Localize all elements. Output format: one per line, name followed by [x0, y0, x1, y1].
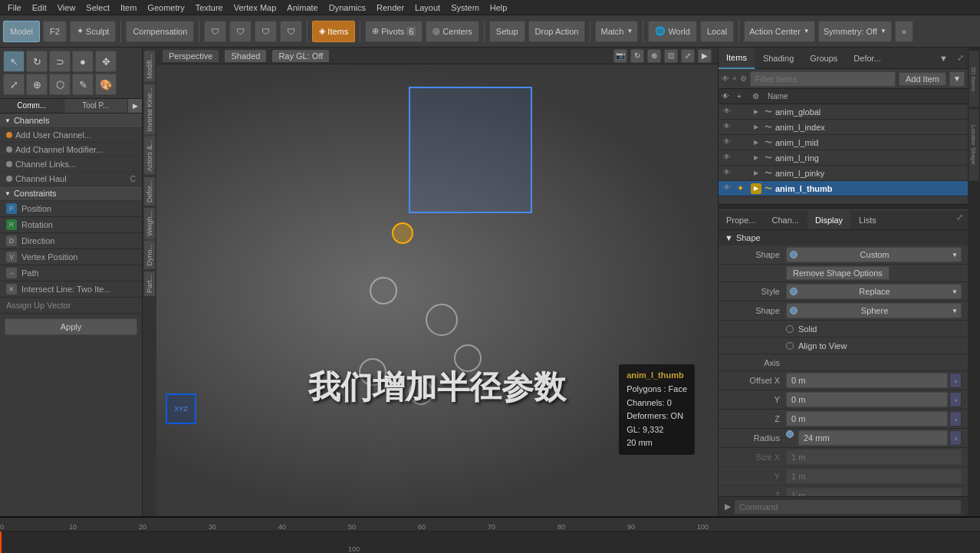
right-tabs-more-icon[interactable]: ▼ [935, 51, 952, 66]
menu-item[interactable]: Item [116, 2, 141, 13]
side-tab-3d-items[interactable]: 3D Items [968, 51, 979, 107]
side-tab-deformers[interactable]: Defor... [143, 176, 156, 206]
side-tab-actors[interactable]: Actors &... [143, 136, 156, 176]
action-center-dropdown[interactable]: Action Center ▼ [744, 21, 815, 42]
viewport-canvas[interactable]: XYZ anim_l_thumb Polygons : Face Channel… [156, 64, 718, 516]
side-tab-locator-shape[interactable]: Locator Shape [968, 109, 979, 181]
menu-select[interactable]: Select [81, 2, 114, 13]
tree-item-anim-l-mid[interactable]: 👁 ▶ 〜 anim_l_mid [719, 135, 968, 150]
side-tab-ik[interactable]: Inverse Kine... [143, 84, 156, 136]
menu-edit[interactable]: Edit [28, 2, 51, 13]
tab-tool[interactable]: Tool P... [64, 99, 129, 113]
right-tab-shading[interactable]: Shading [755, 48, 802, 69]
right-panel-expand-icon[interactable]: ⤢ [952, 48, 968, 68]
right-tab-items[interactable]: Items [719, 48, 755, 69]
pivots-btn[interactable]: ⊕ Pivots 6 [365, 21, 423, 42]
right-tab-groups[interactable]: Groups [802, 48, 846, 69]
viewport-fit-icon[interactable]: ⊡ [664, 49, 678, 63]
setup-btn[interactable]: Setup [489, 21, 525, 42]
remove-shape-options-btn[interactable]: Remove Shape Options [786, 266, 890, 280]
menu-render[interactable]: Render [372, 2, 409, 13]
drop-action-btn[interactable]: Drop Action [528, 21, 586, 42]
menu-dynamics[interactable]: Dynamics [324, 2, 370, 13]
intersect-line-constraint[interactable]: ✕ Intersect Line: Two Ite... [0, 281, 142, 298]
viewport-expand-icon[interactable]: ⤢ [681, 49, 695, 63]
items-btn[interactable]: ◈ Items [312, 21, 355, 42]
more-btn[interactable]: » [895, 21, 913, 42]
local-btn[interactable]: Local [700, 21, 734, 42]
menu-animate[interactable]: Animate [282, 2, 322, 13]
channel-links-btn[interactable]: Channel Links... [0, 157, 142, 172]
shape-dropdown[interactable]: Custom ▼ [786, 247, 962, 262]
offset-y-input[interactable]: 0 m [786, 392, 948, 407]
rotation-constraint[interactable]: R Rotation [0, 217, 142, 233]
command-input[interactable] [734, 499, 962, 515]
constraints-header[interactable]: ▼ Constraints [0, 186, 142, 201]
shape2-dropdown[interactable]: Sphere ▼ [786, 303, 962, 318]
shape-section-header[interactable]: ▼ Shape [719, 230, 968, 245]
viewport-zoom-icon[interactable]: ⊕ [647, 49, 661, 63]
centers-btn[interactable]: ◎ Centers [426, 21, 479, 42]
radius-input[interactable]: 24 mm [798, 430, 948, 446]
match-dropdown[interactable]: Match ▼ [595, 21, 638, 42]
right-tab-defor[interactable]: Defor... [846, 48, 889, 69]
shield2-btn[interactable]: 🛡 [229, 21, 252, 42]
filter-input[interactable] [750, 71, 896, 87]
mode-model-btn[interactable]: Model [3, 21, 40, 42]
tree-item-anim-l-thumb[interactable]: 👁 ✦ ▶ 〜 anim_l_thumb [719, 181, 968, 196]
world-btn[interactable]: 🌐 World [648, 21, 697, 42]
menu-geometry[interactable]: Geometry [143, 2, 189, 13]
prop-tab-lists[interactable]: Lists [851, 210, 885, 229]
rotate-tool[interactable]: ↻ [26, 51, 48, 72]
brush-tool[interactable]: ⊃ [49, 51, 71, 72]
tree-item-anim-l-ring[interactable]: 👁 ▶ 〜 anim_l_ring [719, 150, 968, 166]
tree-item-anim-l-index[interactable]: 👁 ▶ 〜 anim_l_index [719, 120, 968, 135]
apply-btn[interactable]: Apply [5, 318, 137, 335]
prop-tab-properties[interactable]: Prope... [719, 210, 765, 229]
viewport-tab-perspective[interactable]: Perspective [163, 50, 219, 62]
add-channel-modifier-btn[interactable]: Add Channel Modifier... [0, 143, 142, 157]
viewport-more-icon[interactable]: ▶ [698, 49, 712, 63]
compensation-btn[interactable]: Compensation [126, 21, 194, 42]
prop-tab-channels[interactable]: Chan... [765, 210, 807, 229]
tree-item-anim-global[interactable]: 👁 ▶ 〜 anim_global [719, 104, 968, 120]
tab-comm[interactable]: Comm... [0, 99, 64, 113]
timeline-track[interactable]: 100 [0, 532, 980, 553]
viewport-tab-raygl[interactable]: Ray GL: Off [272, 50, 329, 62]
position-constraint[interactable]: P Position [0, 201, 142, 217]
side-tab-dynamo[interactable]: Dyno... [143, 240, 156, 270]
move-tool[interactable]: ✥ [95, 51, 117, 72]
axis-tool[interactable]: ⊕ [26, 74, 48, 95]
menu-file[interactable]: File [3, 2, 26, 13]
offset-x-key-btn[interactable]: ⬦ [949, 373, 962, 388]
transform-tool[interactable]: ⤢ [3, 74, 25, 95]
symmetry-dropdown[interactable]: Symmetry: Off ▼ [818, 21, 892, 42]
channel-haul-btn[interactable]: Channel Haul C [0, 172, 142, 186]
offset-z-input[interactable]: 0 m [786, 411, 948, 426]
menu-system[interactable]: System [446, 2, 484, 13]
offset-y-key-btn[interactable]: ⬦ [949, 392, 962, 407]
path-constraint[interactable]: → Path [0, 265, 142, 281]
tree-item-anim-l-pinky[interactable]: 👁 ▶ 〜 anim_l_pinky [719, 166, 968, 181]
viewport-camera-icon[interactable]: 📷 [613, 49, 627, 63]
prop-tab-display[interactable]: Display [807, 210, 851, 229]
menu-texture[interactable]: Texture [191, 2, 228, 13]
menu-vertex-map[interactable]: Vertex Map [229, 2, 281, 13]
menu-layout[interactable]: Layout [410, 2, 445, 13]
radius-key-btn[interactable]: ⬦ [949, 430, 962, 446]
vertex-position-constraint[interactable]: V Vertex Position [0, 249, 142, 265]
select-tool[interactable]: ↖ [3, 51, 25, 72]
mode-f2-btn[interactable]: F2 [43, 21, 67, 42]
offset-x-input[interactable]: 0 m [786, 373, 948, 388]
direction-constraint[interactable]: D Direction [0, 233, 142, 249]
viewport-rotate-icon[interactable]: ↻ [630, 49, 644, 63]
prop-tabs-expand-icon[interactable]: ⤢ [952, 210, 968, 229]
shield4-btn[interactable]: 🛡 [280, 21, 302, 42]
poly-tool[interactable]: ⬡ [49, 74, 71, 95]
side-tab-particles[interactable]: Part... [143, 271, 156, 297]
menu-view[interactable]: View [53, 2, 81, 13]
edit-tool[interactable]: ✎ [72, 74, 94, 95]
viewport[interactable]: Perspective Shaded Ray GL: Off 📷 ↻ ⊕ ⊡ ⤢… [156, 48, 718, 516]
style-dropdown[interactable]: Replace ▼ [786, 284, 962, 299]
offset-z-key-btn[interactable]: ⬦ [949, 411, 962, 426]
